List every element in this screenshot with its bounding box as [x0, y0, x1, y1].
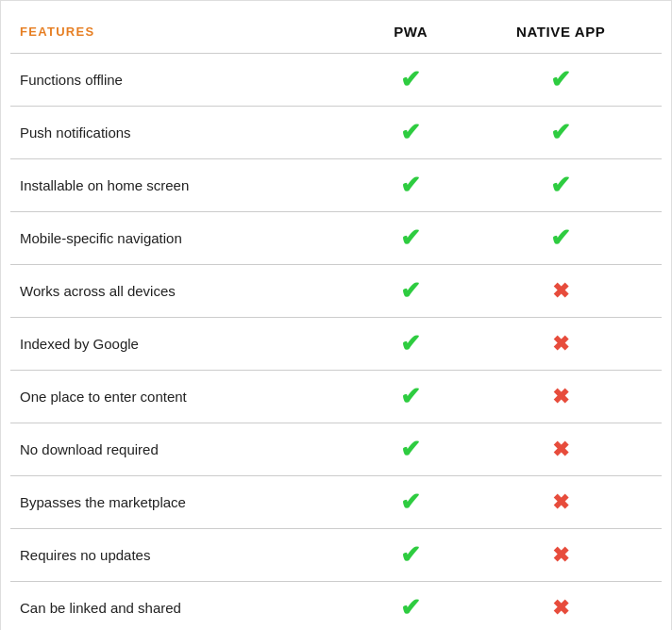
feature-name-cell: Functions offline: [10, 54, 361, 107]
pwa-cell: ✔: [361, 318, 460, 371]
comparison-card: FEATURES PWA NATIVE APP Functions offlin…: [0, 0, 672, 630]
pwa-cell: ✔: [361, 529, 460, 582]
cross-icon: ✖: [552, 490, 569, 514]
cross-icon: ✖: [552, 332, 569, 356]
native-cell: ✔: [461, 54, 663, 107]
table-row: Can be linked and shared✔✖: [10, 582, 662, 631]
pwa-cell: ✔: [361, 582, 460, 631]
native-cell: ✖: [461, 318, 663, 371]
check-icon: ✔: [400, 171, 421, 199]
native-cell: ✔: [461, 159, 663, 212]
pwa-cell: ✔: [361, 107, 460, 159]
pwa-cell: ✔: [361, 54, 460, 107]
check-icon: ✔: [400, 329, 421, 357]
cross-icon: ✖: [552, 543, 569, 567]
native-cell: ✖: [461, 423, 663, 476]
check-icon: ✔: [400, 65, 421, 93]
cross-icon: ✖: [552, 438, 569, 461]
table-row: Mobile-specific navigation✔✔: [10, 212, 662, 265]
native-cell: ✖: [461, 371, 663, 423]
check-icon: ✔: [550, 118, 571, 146]
feature-name-cell: Requires no updates: [10, 529, 361, 582]
native-cell: ✖: [461, 476, 663, 529]
table-row: Push notifications✔✔: [10, 107, 662, 159]
feature-name-cell: Mobile-specific navigation: [10, 212, 361, 265]
cross-icon: ✖: [552, 279, 569, 303]
check-icon: ✔: [400, 118, 421, 146]
cross-icon: ✖: [552, 385, 569, 408]
feature-name-cell: Installable on home screen: [10, 159, 361, 212]
check-icon: ✔: [550, 224, 571, 252]
pwa-cell: ✔: [361, 423, 460, 476]
table-row: Indexed by Google✔✖: [10, 318, 662, 371]
table-row: Works across all devices✔✖: [10, 265, 662, 318]
check-icon: ✔: [400, 540, 421, 569]
pwa-cell: ✔: [361, 476, 460, 529]
native-cell: ✖: [461, 265, 663, 318]
native-cell: ✔: [461, 107, 663, 159]
native-cell: ✖: [461, 529, 663, 582]
comparison-table: FEATURES PWA NATIVE APP Functions offlin…: [10, 10, 662, 630]
feature-name-cell: Push notifications: [10, 107, 361, 159]
pwa-cell: ✔: [361, 265, 460, 318]
table-row: Installable on home screen✔✔: [10, 159, 662, 212]
check-icon: ✔: [550, 171, 571, 199]
check-icon: ✔: [400, 488, 421, 516]
check-icon: ✔: [400, 435, 421, 463]
features-header: FEATURES: [10, 10, 361, 54]
feature-name-cell: Works across all devices: [10, 265, 361, 318]
check-icon: ✔: [550, 65, 571, 93]
table-row: No download required✔✖: [10, 423, 662, 476]
native-cell: ✔: [461, 212, 663, 265]
check-icon: ✔: [400, 224, 421, 252]
check-icon: ✔: [400, 593, 421, 622]
table-row: Requires no updates✔✖: [10, 529, 662, 582]
native-cell: ✖: [461, 582, 663, 631]
cross-icon: ✖: [552, 596, 569, 620]
feature-name-cell: No download required: [10, 423, 361, 476]
pwa-cell: ✔: [361, 212, 460, 265]
native-header: NATIVE APP: [461, 10, 663, 54]
pwa-header: PWA: [361, 10, 460, 54]
table-row: Bypasses the marketplace✔✖: [10, 476, 662, 529]
feature-name-cell: Indexed by Google: [10, 318, 361, 371]
feature-name-cell: Can be linked and shared: [10, 582, 361, 631]
check-icon: ✔: [400, 276, 421, 305]
check-icon: ✔: [400, 382, 421, 410]
table-row: One place to enter content✔✖: [10, 371, 662, 423]
feature-name-cell: Bypasses the marketplace: [10, 476, 361, 529]
pwa-cell: ✔: [361, 371, 460, 423]
feature-name-cell: One place to enter content: [10, 371, 361, 423]
table-row: Functions offline✔✔: [10, 54, 662, 107]
pwa-cell: ✔: [361, 159, 460, 212]
